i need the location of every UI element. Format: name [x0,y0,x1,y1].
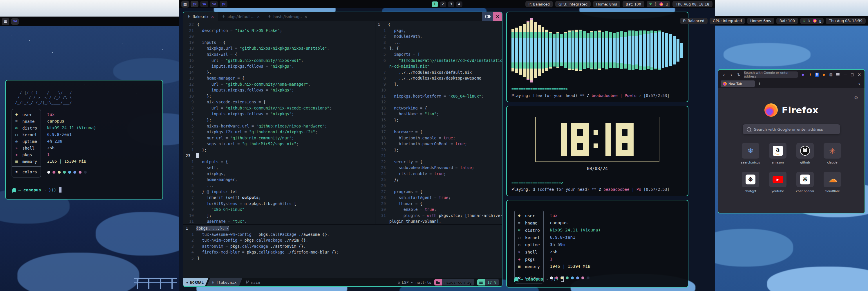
network-icon[interactable]: Ψ [649,2,652,6]
system-tray[interactable]: Ψ ᛒ ▯ [800,18,824,24]
code-line: 14 }; [183,69,375,75]
tab-new-tab[interactable]: New Tab [721,81,755,87]
clock-window[interactable]: 08/08/24 =====================> Playing:… [506,106,688,196]
cava-bar [587,33,589,68]
bluetooth-icon[interactable]: ᛒ [654,2,656,6]
shortcut-chatgpt[interactable]: ❋chatgpt [738,172,763,193]
code-line: 9 ]; [375,81,502,87]
shortcut-amazon[interactable]: aamazon [765,143,790,164]
fastfetch-output: ☻user≡hname❄distro▢kernel◷uptime»shell◈p… [11,109,157,177]
line-number: 1 [375,22,388,27]
extension-diamond-icon[interactable]: ◆ [800,72,805,77]
url-bar[interactable]: Search with Google or enter address [744,71,798,78]
editor-tab-pkgs-default-[interactable]: ❄pkgs/default...× [218,12,264,21]
tab-close-icon[interactable]: × [257,14,260,19]
cava-visualizer-window[interactable]: =======================> Playing: ffee f… [506,11,688,102]
token: bluetooth.enable [389,136,437,140]
metamask-icon[interactable]: ◆ [821,72,826,77]
workspace-tag-1[interactable]: 1 [432,1,438,7]
editor-tab-hosts-isoImag-[interactable]: ❄hosts/isoImag..× [264,12,312,21]
editor-tab-flake-nix[interactable]: ❄flake.nix× [183,12,218,21]
tab-close-icon[interactable]: × [304,14,308,19]
shortcut-cloudflare[interactable]: ☁cloudflare [820,172,845,193]
shortcut-github[interactable]: github [793,143,817,164]
window-button[interactable]: $W [200,1,208,7]
editor-pane-flake-nix[interactable]: 22{21 description = "tux's NixOS Flake";… [183,21,375,224]
neovim-window[interactable]: ❄flake.nix×❄pkgs/default...×❄hosts/isoIm… [183,11,502,287]
shortcut-tile[interactable]: ☁ [824,172,841,187]
search-bar[interactable]: Search with Google or enter address [743,124,840,134]
shortcut-search-nixos[interactable]: ❄search.nixos [738,143,763,164]
shortcut-chat-openai[interactable]: ❋chat.openai [793,172,817,193]
workspace-tag-2[interactable]: 2 [440,1,446,7]
status-widget[interactable]: Bat: 100 [623,1,644,7]
status-widget[interactable]: Home: 6ms [747,18,774,24]
line-number: 7 [375,70,389,75]
device-icon[interactable]: ▯ [666,2,668,6]
text-segment: › [637,93,644,98]
token: true [425,207,434,212]
window-button[interactable]: $W [220,1,227,7]
menu-icon[interactable] [836,73,841,77]
shortcut-tile[interactable]: ❋ [796,172,814,187]
status-widget[interactable]: P: Balanced [680,18,708,24]
buffer-toggle-button[interactable] [482,12,493,21]
shortcut-youtube[interactable]: ▶youtube [765,172,790,193]
clock-widget[interactable]: Thu Aug 08, 18:18 [673,1,713,7]
new-tab-button[interactable]: + [758,81,761,86]
system-tray[interactable]: Ψ ᛒ ▯ [647,1,670,7]
fetch-value: zsh [47,144,96,151]
status-widget[interactable]: Home: 8ms [593,1,620,7]
firefox-window[interactable]: ‹ › ↻ Search with Google or enter addres… [718,69,865,213]
text-segment: canopus [23,187,41,192]
window-button[interactable]: $W [210,1,218,7]
status-widget[interactable]: GPU: Integrated [710,18,745,24]
tab-close-icon[interactable]: × [211,14,214,19]
shortcut-tile[interactable] [796,143,814,158]
theme-icon[interactable] [813,19,817,23]
layout-icon[interactable]: ▦ [2,18,9,25]
reload-button[interactable]: ↻ [736,72,742,77]
fastfetch-output: ☻user≡hname❄distro▢kernel◷uptime»shell◈p… [514,210,680,284]
shortcut-tile[interactable]: ▶ [769,172,786,187]
bluetooth-icon[interactable]: ᛒ [808,19,810,23]
status-widget[interactable]: Bat: 100 [776,18,798,24]
code-line: 26 [375,183,502,189]
shortcut-tile[interactable]: a [769,143,786,158]
status-widget[interactable]: GPU: Integrated [555,1,591,7]
tab-list-chevron-icon[interactable]: ∨ [858,82,862,86]
fetch-key-row: ≡hname [515,219,544,227]
window-button[interactable]: $W [191,1,198,7]
claude-icon: ✳ [829,146,836,155]
workspace-tag-3[interactable]: 3 [448,1,454,7]
shortcut-tile[interactable]: ✳ [824,143,841,158]
editor-pane-pkgs-default[interactable]: 1{pkgs, ...}: {1 tux-awesome-wm-config =… [183,224,502,278]
back-button[interactable]: ‹ [721,72,726,78]
forward-button[interactable]: › [729,72,734,78]
terminal-window[interactable]: _ ___ ____ ____ / |/ (_)_ __/ __ \/ __/ … [5,80,163,200]
close-button[interactable]: × [857,72,862,77]
fetch-window[interactable]: ☻user≡hname❄distro▢kernel◷uptime»shell◈p… [506,200,688,288]
workspace-tag-4[interactable]: 4 [456,1,462,7]
bitwarden-icon[interactable]: B [815,72,819,77]
status-widget[interactable]: P: Balanced [525,1,553,7]
device-icon[interactable]: ▯ [819,19,821,23]
theme-icon[interactable] [659,2,663,6]
personalize-gear-icon[interactable]: ⚙ [855,95,858,100]
shortcut-claude[interactable]: ✳claude [820,143,845,164]
layout-icon[interactable]: ▦ [181,1,189,7]
maximize-button[interactable]: □ [850,72,855,77]
clock-widget[interactable]: Thu Aug 08, 18:39 [826,18,866,24]
shortcut-tile[interactable]: ❄ [742,143,759,158]
editor-pane-iso-image[interactable]: 1{1 pkgs,2 modulesPath,3 ...4}: {5 impor… [375,21,502,224]
extension-page-icon[interactable]: ▤ [829,72,834,77]
buffer-close-button[interactable]: × [493,12,502,21]
shell-prompt[interactable]: → canopus ~ ))) [12,187,62,193]
network-icon[interactable]: Ψ [803,19,805,23]
window-button[interactable]: $W [11,18,19,25]
shortcut-tile[interactable]: ❋ [742,172,759,187]
shell-prompt[interactable]: → canopus ~ ))) [514,277,564,282]
minimize-button[interactable]: — [843,72,848,77]
fetch-value: tux [47,111,96,118]
extension-orange-icon[interactable]: ) [808,72,813,77]
